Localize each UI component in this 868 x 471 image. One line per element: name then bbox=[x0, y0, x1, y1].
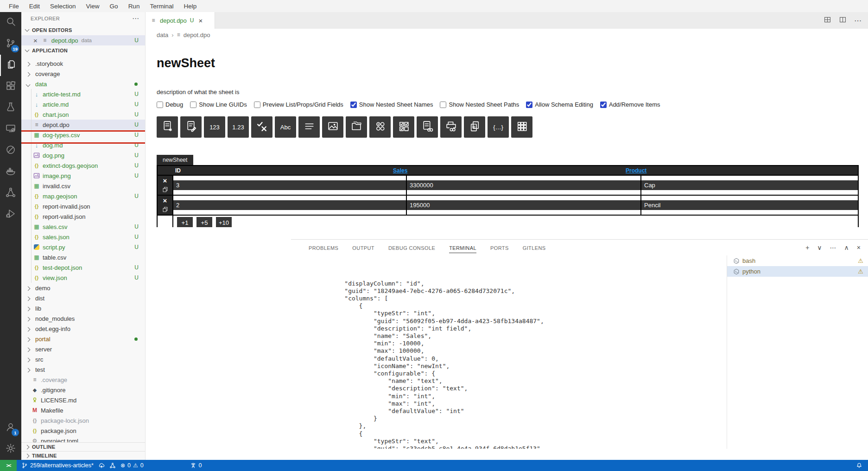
tree-item[interactable]: ↓ article-test.md U bbox=[21, 89, 145, 99]
open-editor-item[interactable]: × ≡ depot.dpo data U bbox=[21, 35, 145, 45]
tree-item[interactable]: odet.egg-info bbox=[21, 324, 145, 334]
maximize-panel-icon[interactable]: ∧ bbox=[844, 244, 849, 251]
add-output-link-button[interactable] bbox=[440, 116, 462, 138]
delete-row-icon[interactable]: × bbox=[163, 178, 167, 184]
tree-item[interactable]: data bbox=[21, 79, 145, 89]
checkbox-input[interactable] bbox=[254, 102, 260, 108]
add-grid-field-button[interactable] bbox=[511, 116, 532, 138]
git-branch-item[interactable]: 259/alternatives-articles* bbox=[21, 462, 94, 469]
tree-item[interactable]: ▦ table.csv bbox=[21, 252, 145, 262]
tree-item[interactable]: {} report-invalid.json bbox=[21, 201, 145, 211]
tree-item[interactable]: node_modules bbox=[21, 313, 145, 324]
tree-item[interactable]: coverage bbox=[21, 69, 145, 79]
tree-item[interactable]: ⚙ pyproject.toml bbox=[21, 436, 145, 442]
activity-settings[interactable] bbox=[0, 439, 21, 460]
tree-item[interactable]: {} sales.json U bbox=[21, 232, 145, 242]
tree-item[interactable]: {} test-depot.json U bbox=[21, 262, 145, 273]
add-int-field-button[interactable]: 123 bbox=[204, 116, 225, 138]
menu-item[interactable]: Selection bbox=[45, 0, 81, 12]
cell-product[interactable]: Pencil bbox=[641, 200, 858, 210]
delete-row-icon[interactable]: × bbox=[163, 198, 167, 204]
activity-accounts[interactable]: 1 bbox=[0, 417, 21, 439]
menu-item[interactable]: Run bbox=[123, 0, 145, 12]
panel-tab[interactable]: PORTS bbox=[490, 243, 509, 253]
tree-item[interactable]: test bbox=[21, 364, 145, 375]
option-checkbox[interactable]: Allow Schema Editing bbox=[526, 101, 593, 108]
tree-item[interactable]: ↓ article.md U bbox=[21, 99, 145, 109]
activity-run-debug[interactable] bbox=[0, 204, 21, 225]
terminal-list-item[interactable]: python ⚠ bbox=[727, 266, 868, 277]
tree-item[interactable]: {} package-lock.json bbox=[21, 415, 145, 426]
checkbox-input[interactable] bbox=[440, 102, 446, 108]
option-checkbox[interactable]: Show Line GUIDs bbox=[190, 101, 247, 108]
option-checkbox[interactable]: Preview List/Props/Grid Fields bbox=[254, 101, 343, 108]
more-actions-icon[interactable]: ⋯ bbox=[132, 14, 139, 23]
tree-item[interactable]: lib bbox=[21, 303, 145, 313]
new-sheet-button[interactable] bbox=[157, 116, 178, 138]
tree-item[interactable]: ◆ .gitignore bbox=[21, 385, 145, 395]
tree-item[interactable]: .storybook bbox=[21, 58, 145, 69]
checkbox-input[interactable] bbox=[350, 102, 357, 108]
add-file-field-button[interactable] bbox=[346, 116, 367, 138]
tree-item[interactable]: ↓ dog.md U bbox=[21, 140, 145, 150]
cell-product[interactable]: Cap bbox=[641, 180, 858, 190]
activity-search[interactable] bbox=[0, 12, 21, 33]
timeline-section-header[interactable]: TIMELINE bbox=[21, 451, 145, 460]
terminal-dropdown-icon[interactable]: ∨ bbox=[817, 244, 822, 251]
tree-item[interactable]: ≡ depot.dpo U bbox=[21, 120, 145, 130]
terminal-list-item[interactable]: bash ⚠ bbox=[727, 255, 868, 266]
tree-item[interactable]: {} report-valid.json bbox=[21, 211, 145, 222]
edit-sheet-button[interactable] bbox=[180, 116, 202, 138]
panel-tab[interactable]: OUTPUT bbox=[352, 243, 374, 253]
checkbox-input[interactable] bbox=[190, 102, 196, 108]
menu-item[interactable]: File bbox=[4, 0, 24, 12]
breadcrumb[interactable]: data › ≡ depot.dpo bbox=[146, 29, 868, 41]
tree-item[interactable]: {} view.json U bbox=[21, 273, 145, 283]
add-rows-button[interactable]: +10 bbox=[216, 217, 232, 228]
checkbox-input[interactable] bbox=[526, 102, 532, 108]
activity-circle-slash[interactable] bbox=[0, 140, 21, 161]
option-checkbox[interactable]: Show Nested Sheet Names bbox=[350, 101, 433, 108]
tree-item[interactable]: src bbox=[21, 354, 145, 364]
tree-item[interactable]: server bbox=[21, 344, 145, 354]
activity-docker[interactable] bbox=[0, 161, 21, 183]
tree-item[interactable]: portal bbox=[21, 334, 145, 344]
menu-item[interactable]: View bbox=[81, 0, 105, 12]
tree-item[interactable]: LICENSE.md bbox=[21, 395, 145, 405]
add-rows-button[interactable]: +5 bbox=[196, 217, 212, 228]
forwarded-ports-item[interactable]: 0 bbox=[190, 462, 202, 469]
option-checkbox[interactable]: Add/Remove Items bbox=[600, 101, 660, 108]
tree-item[interactable]: demo bbox=[21, 283, 145, 293]
graph-item[interactable] bbox=[109, 462, 116, 469]
add-image-field-button[interactable] bbox=[322, 116, 343, 138]
checkbox-input[interactable] bbox=[157, 102, 163, 108]
activity-graph[interactable] bbox=[0, 183, 21, 204]
menu-item[interactable]: Terminal bbox=[145, 0, 178, 12]
add-float-field-button[interactable]: 1.23 bbox=[228, 116, 249, 138]
notifications-bell-icon[interactable] bbox=[856, 462, 862, 469]
column-header-product[interactable]: Product bbox=[626, 167, 646, 174]
cell-id[interactable]: 2 bbox=[173, 200, 407, 210]
tree-item[interactable]: M Makefile bbox=[21, 405, 145, 415]
tree-item[interactable]: ▦ dog-types.csv U bbox=[21, 130, 145, 140]
sync-changes-item[interactable] bbox=[98, 462, 105, 469]
add-bool-field-button[interactable] bbox=[251, 116, 272, 138]
duplicate-row-icon[interactable] bbox=[162, 186, 168, 192]
activity-source-control[interactable]: 19 bbox=[0, 33, 21, 55]
cell-id[interactable]: 3 bbox=[173, 180, 407, 190]
menu-item[interactable]: Help bbox=[178, 0, 202, 12]
tree-item[interactable]: {} package.json bbox=[21, 426, 145, 436]
sheet-tab[interactable]: newSheet bbox=[157, 155, 193, 165]
activity-remote-explorer[interactable] bbox=[0, 119, 21, 140]
add-rows-button[interactable]: +1 bbox=[177, 217, 193, 228]
new-terminal-icon[interactable]: + bbox=[805, 244, 809, 251]
table-view-icon[interactable] bbox=[824, 16, 831, 25]
tree-item[interactable]: script.py U bbox=[21, 242, 145, 252]
tree-item[interactable]: ≡ .coverage bbox=[21, 375, 145, 385]
tree-item[interactable]: ▦ sales.csv U bbox=[21, 222, 145, 232]
tree-item[interactable]: dog.png U bbox=[21, 150, 145, 160]
more-actions-icon[interactable]: ⋯ bbox=[830, 244, 836, 251]
option-checkbox[interactable]: Debug bbox=[157, 101, 183, 108]
remote-indicator[interactable]: >< bbox=[0, 460, 17, 471]
tree-item[interactable]: {} extinct-dogs.geojson U bbox=[21, 160, 145, 171]
